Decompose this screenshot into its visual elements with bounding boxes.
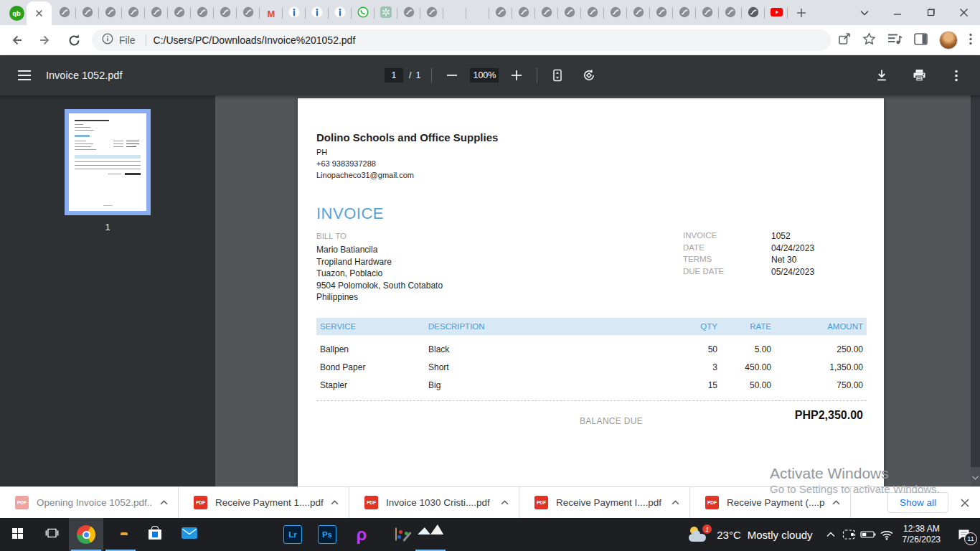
tab-gray-circle[interactable] — [696, 1, 719, 25]
tab-gmail[interactable]: M — [260, 1, 283, 25]
tab-gray-circle[interactable] — [581, 1, 604, 25]
tab-gray-circle[interactable] — [673, 1, 696, 25]
battery-icon[interactable] — [859, 518, 877, 551]
tab-gray-circle[interactable] — [53, 1, 76, 25]
tab-search-chevron-icon[interactable] — [857, 6, 872, 19]
url-text[interactable]: C:/Users/PC/Downloads/Invoice%201052.pdf — [154, 34, 356, 46]
pdf-more-dots-icon[interactable] — [947, 66, 966, 85]
window-maximize-button[interactable] — [914, 0, 947, 25]
tab-info-blue[interactable] — [329, 1, 352, 25]
pdf-menu-icon[interactable] — [10, 61, 39, 90]
bookmark-star-icon[interactable] — [862, 32, 876, 49]
weather-widget[interactable]: 1 23°C Mostly cloudy — [680, 518, 821, 551]
profile-avatar[interactable] — [939, 31, 958, 50]
taskbar-app-mail[interactable] — [172, 518, 207, 551]
browser-menu-dots-icon[interactable] — [969, 33, 972, 48]
taskbar-app-microsoft-store[interactable] — [138, 518, 172, 551]
tab-gray-circle[interactable] — [535, 1, 558, 25]
tab-gray-circle[interactable] — [397, 1, 420, 25]
reload-icon[interactable] — [62, 28, 86, 52]
taskbar-app-photos[interactable] — [413, 518, 448, 551]
download-item[interactable]: PDF Opening Invoice 1052.pdf... — [0, 487, 179, 519]
meet-now-icon[interactable] — [840, 518, 859, 551]
zoom-in-icon[interactable] — [507, 66, 526, 85]
taskbar-app-chrome[interactable] — [69, 518, 103, 551]
media-controls-icon[interactable] — [887, 33, 903, 48]
rotate-icon[interactable] — [580, 66, 598, 85]
tab-gray-circle[interactable] — [420, 1, 443, 25]
zoom-level[interactable]: 100% — [470, 68, 499, 83]
tab-gray-circle[interactable] — [191, 1, 214, 25]
download-chevron-up-icon[interactable] — [669, 497, 682, 508]
omnibox[interactable]: File C:/Users/PC/Downloads/Invoice%20105… — [92, 29, 831, 51]
tab-google-drive[interactable] — [466, 1, 489, 25]
tab-active[interactable] — [27, 1, 52, 25]
back-icon[interactable] — [4, 28, 29, 52]
tab-gray-circle[interactable] — [650, 1, 673, 25]
download-chevron-up-icon[interactable] — [157, 497, 171, 508]
tab-gray-circle[interactable] — [627, 1, 650, 25]
wifi-icon[interactable] — [877, 518, 896, 551]
pdf-page-controls: 1 / 1 100% — [385, 55, 598, 95]
page-info-icon[interactable] — [102, 33, 113, 47]
vertical-scrollbar[interactable] — [971, 95, 980, 486]
tab-google-drive[interactable] — [443, 1, 466, 25]
tab-gray-circle[interactable] — [558, 1, 581, 25]
print-icon[interactable] — [910, 66, 928, 85]
notification-center-button[interactable]: 11 — [947, 518, 980, 551]
page-thumbnail[interactable] — [65, 109, 151, 215]
download-chevron-up-icon[interactable] — [328, 497, 341, 508]
new-tab-button[interactable] — [792, 4, 811, 22]
tab-gray-circle[interactable] — [122, 1, 145, 25]
show-all-downloads-button[interactable]: Show all — [887, 492, 948, 513]
download-item[interactable]: PDF Receive Payment 1....pdf — [179, 487, 349, 519]
tab-gray-circle[interactable] — [512, 1, 535, 25]
download-icon[interactable] — [872, 66, 891, 85]
zoom-out-icon[interactable] — [443, 66, 461, 85]
scroll-down-icon[interactable] — [971, 469, 980, 486]
tab-gray-circle[interactable] — [145, 1, 168, 25]
scrollbar-thumb[interactable] — [971, 95, 980, 467]
tab-chrome-gray[interactable] — [742, 1, 765, 25]
tab-gray-circle[interactable] — [168, 1, 191, 25]
tab-gray-circle[interactable] — [604, 1, 627, 25]
fit-to-page-icon[interactable] — [548, 66, 567, 85]
download-item[interactable]: PDF Invoice 1030 Cristi....pdf — [349, 487, 519, 519]
download-item[interactable]: PDF Receive Payment I....pdf — [519, 487, 690, 519]
close-downloads-bar-icon[interactable] — [960, 498, 970, 508]
taskbar-app-photoshop[interactable]: Ps — [310, 518, 344, 551]
taskbar-app-lightroom[interactable]: Lr — [275, 518, 310, 551]
tab-gray-circle[interactable] — [76, 1, 99, 25]
forward-icon[interactable] — [33, 28, 57, 52]
download-chevron-up-icon[interactable] — [498, 497, 512, 508]
weather-badge: 1 — [702, 524, 712, 534]
tab-close-icon[interactable] — [35, 7, 43, 20]
download-item[interactable]: PDF Receive Payment (....pdf — [690, 487, 851, 519]
share-icon[interactable] — [838, 32, 851, 48]
start-button[interactable] — [0, 518, 34, 551]
tab-quickbooks-pinned[interactable]: qb — [9, 5, 24, 21]
tab-info-blue[interactable] — [306, 1, 329, 25]
task-view-button[interactable] — [34, 518, 69, 551]
tab-gray-circle[interactable] — [237, 1, 260, 25]
taskbar-app-paint[interactable] — [379, 518, 413, 551]
taskbar-app-firefox[interactable] — [207, 518, 241, 551]
download-chevron-up-icon[interactable] — [829, 497, 843, 508]
page-number-input[interactable]: 1 — [385, 68, 403, 83]
taskbar-app-file-explorer[interactable] — [103, 518, 138, 551]
tab-gray-circle[interactable] — [489, 1, 512, 25]
tab-info-blue[interactable] — [283, 1, 306, 25]
window-close-button[interactable] — [947, 0, 980, 25]
tab-gray-circle[interactable] — [99, 1, 122, 25]
taskbar-app-edge[interactable] — [241, 518, 275, 551]
taskbar-clock[interactable]: 12:38 AM 7/26/2023 — [896, 524, 947, 545]
tab-gray-circle[interactable] — [719, 1, 742, 25]
tab-whatsapp[interactable] — [352, 1, 374, 25]
taskbar-app-picsart[interactable]: ρ — [344, 518, 379, 551]
tab-youtube[interactable] — [765, 1, 788, 25]
tab-gray-circle[interactable] — [214, 1, 237, 25]
window-minimize-button[interactable] — [881, 0, 914, 25]
side-panel-icon[interactable] — [914, 33, 928, 48]
tray-chevron-up-icon[interactable] — [821, 518, 840, 551]
tab-chatgpt[interactable] — [374, 1, 397, 25]
